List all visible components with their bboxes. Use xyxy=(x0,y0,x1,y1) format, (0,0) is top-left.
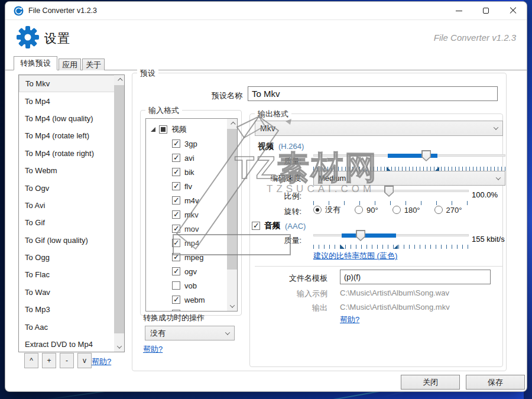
list-item[interactable]: To Ogg xyxy=(19,249,115,266)
list-item[interactable]: To Gif xyxy=(19,214,115,231)
preset-list-scrollbar[interactable] xyxy=(114,75,124,352)
minimize-button[interactable] xyxy=(445,2,472,20)
tree-item[interactable]: avi xyxy=(172,151,194,165)
list-item[interactable]: To Mp4 (rotate right) xyxy=(19,145,115,162)
audio-codec: (AAC) xyxy=(285,222,306,231)
checkbox[interactable] xyxy=(172,154,180,162)
scrollbar-thumb[interactable] xyxy=(114,85,124,333)
tree-item[interactable]: m4v xyxy=(172,193,199,207)
audio-quality-slider[interactable] xyxy=(313,232,469,244)
list-item[interactable]: To Ogv xyxy=(19,179,115,196)
move-preset-down-button[interactable]: v xyxy=(77,353,92,368)
list-item-label: To Mp3 xyxy=(25,305,50,314)
tree-item[interactable]: mp4 xyxy=(172,236,199,250)
radio-rotation-270[interactable] xyxy=(434,206,443,214)
list-item[interactable]: To Webm xyxy=(19,162,115,179)
scrollbar-thumb[interactable] xyxy=(227,129,237,270)
tree-item[interactable]: vob xyxy=(172,278,197,293)
list-item[interactable]: To Mp4 (low quality) xyxy=(19,110,115,127)
filename-template-input[interactable] xyxy=(340,270,491,284)
scroll-up-icon[interactable] xyxy=(227,119,237,129)
tree-scrollbar[interactable] xyxy=(227,119,237,311)
radio-rotation-90[interactable] xyxy=(355,206,363,214)
list-item[interactable]: To Gif (low quality) xyxy=(19,232,115,249)
filename-help-link[interactable]: 帮助? xyxy=(340,314,359,325)
scroll-up-icon[interactable] xyxy=(114,75,124,85)
on-success-value: 没有 xyxy=(150,328,166,339)
checkbox[interactable] xyxy=(172,253,180,261)
close-button[interactable] xyxy=(499,2,527,20)
list-item-label: To Mkv xyxy=(25,79,50,88)
list-item[interactable]: To Avi xyxy=(19,197,115,214)
checkbox[interactable] xyxy=(172,310,180,312)
list-item-label: To Avi xyxy=(25,201,45,210)
radio-label: 90° xyxy=(366,206,378,215)
list-item[interactable]: To Flac xyxy=(19,266,115,283)
tree-item[interactable]: ogv xyxy=(172,264,197,278)
checkbox[interactable] xyxy=(172,296,180,304)
tab-application[interactable]: 应用 xyxy=(59,59,81,70)
close-settings-button[interactable]: 关闭 xyxy=(401,375,460,390)
expander-icon[interactable] xyxy=(151,127,155,132)
checkbox[interactable] xyxy=(172,168,180,176)
tree-item[interactable]: flv xyxy=(172,179,192,193)
checkbox[interactable] xyxy=(172,140,180,148)
tabstrip: 转换预设 应用 关于 xyxy=(5,57,527,70)
tree-item[interactable]: mpeg xyxy=(172,250,204,264)
output-format-dropdown[interactable]: Mkv xyxy=(255,121,503,136)
radio-rotation-180[interactable] xyxy=(392,206,401,214)
encoding-speed-dropdown[interactable]: Medium xyxy=(313,171,505,186)
move-preset-up-button[interactable]: ^ xyxy=(24,353,38,368)
checkbox[interactable] xyxy=(172,239,180,247)
checkbox-video-root[interactable] xyxy=(159,125,167,134)
tree-item-label: mkv xyxy=(184,210,199,219)
tree-item-label: bik xyxy=(184,168,194,177)
radio-rotation-none[interactable] xyxy=(313,206,322,214)
checkbox[interactable] xyxy=(172,210,180,219)
tab-about[interactable]: 关于 xyxy=(82,59,105,70)
sidebar-help-link[interactable]: 帮助? xyxy=(92,356,111,367)
bitrate-range-link[interactable]: 建议的比特率范围 (蓝色) xyxy=(313,251,397,261)
video-section-title: 视频(H.264) xyxy=(258,141,304,152)
close-icon xyxy=(510,7,517,14)
on-success-dropdown[interactable]: 没有 xyxy=(145,326,235,340)
tree-item[interactable]: mov xyxy=(172,222,199,236)
video-quality-label: 质量: xyxy=(250,156,301,167)
scroll-down-icon[interactable] xyxy=(114,342,124,352)
list-item[interactable]: To Mp3 xyxy=(19,301,115,318)
add-preset-button[interactable]: + xyxy=(42,353,56,368)
slider-thumb[interactable] xyxy=(356,230,365,241)
checkbox[interactable] xyxy=(172,182,180,190)
checkbox[interactable] xyxy=(172,281,180,290)
tree-item[interactable]: 3gp xyxy=(172,137,197,151)
slider-thumb[interactable] xyxy=(421,150,431,161)
maximize-button[interactable] xyxy=(472,2,499,20)
tree-item[interactable]: bik xyxy=(172,165,194,179)
remove-preset-button[interactable]: - xyxy=(60,353,74,368)
tab-conversion-presets[interactable]: 转换预设 xyxy=(14,56,57,70)
audio-quality-ticks xyxy=(313,245,469,249)
video-quality-slider[interactable] xyxy=(313,152,505,164)
list-item[interactable]: To Mp4 (rotate left) xyxy=(19,127,115,144)
tree-item[interactable]: webm xyxy=(172,293,205,307)
list-item[interactable]: To Aac xyxy=(19,318,115,335)
preset-name-input[interactable] xyxy=(248,86,498,101)
tree-item[interactable]: wmv xyxy=(172,307,200,312)
list-item[interactable]: To Mkv xyxy=(19,75,115,92)
slider-thumb[interactable] xyxy=(384,186,394,197)
window-title: File Converter v1.2.3 xyxy=(28,7,97,15)
checkbox[interactable] xyxy=(172,196,180,205)
list-item[interactable]: Extract DVD to Mp4 xyxy=(19,336,115,352)
tree-root-row[interactable]: 视频 xyxy=(151,122,187,137)
tree-item[interactable]: mkv xyxy=(172,207,199,222)
checkbox[interactable] xyxy=(172,225,180,233)
list-item[interactable]: To Wav xyxy=(19,284,115,301)
checkbox[interactable] xyxy=(172,267,180,275)
save-button[interactable]: 保存 xyxy=(466,375,525,390)
scale-slider[interactable] xyxy=(313,187,469,199)
audio-enable-checkbox[interactable] xyxy=(252,222,260,230)
scroll-down-icon[interactable] xyxy=(227,301,237,311)
input-formats-help-link[interactable]: 帮助? xyxy=(143,344,163,355)
list-item[interactable]: To Mp4 xyxy=(19,92,115,109)
list-item-label: To Ogg xyxy=(25,253,50,262)
